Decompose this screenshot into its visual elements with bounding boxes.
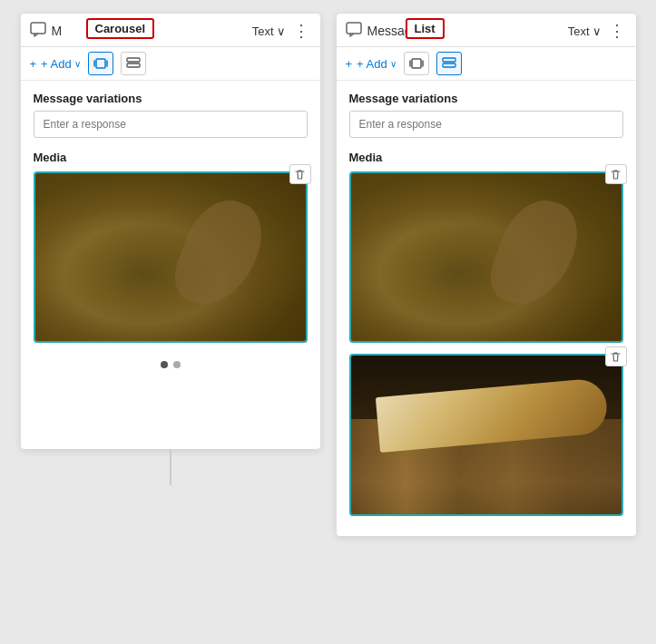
text-dropdown-right[interactable]: Text ∨ xyxy=(568,24,602,38)
right-title: Message xyxy=(367,24,563,38)
left-panel-body: Message variations Media xyxy=(21,81,320,449)
connector-line xyxy=(170,449,171,485)
text-dropdown-left[interactable]: Text ∨ xyxy=(252,24,286,38)
media-item-right-2 xyxy=(349,354,623,516)
svg-rect-0 xyxy=(31,23,45,34)
add-button-right[interactable]: + + Add ∨ xyxy=(346,57,397,71)
left-title: M xyxy=(52,24,247,38)
right-panel-body: Message variations Media xyxy=(337,81,636,536)
svg-rect-7 xyxy=(443,63,455,67)
left-panel-header: M Carousel Text ∨ ⋮ xyxy=(21,14,320,47)
more-options-left[interactable]: ⋮ xyxy=(291,21,311,41)
media-item-right-1 xyxy=(349,171,623,343)
add-chevron-right: ∨ xyxy=(390,59,397,69)
response-input-left[interactable] xyxy=(34,111,308,138)
left-panel: M Carousel Text ∨ ⋮ + + Add ∨ xyxy=(21,14,320,449)
chevron-left-icon: ∨ xyxy=(277,24,286,38)
dot-2[interactable] xyxy=(173,361,181,368)
chevron-right-icon: ∨ xyxy=(592,24,602,38)
plus-icon-right: + xyxy=(346,57,353,71)
chat-icon-right xyxy=(346,21,362,41)
carousel-dots xyxy=(34,352,308,374)
list-view-btn-right[interactable] xyxy=(436,52,462,75)
carousel-view-btn[interactable] xyxy=(88,52,113,75)
delete-media-right-1[interactable] xyxy=(605,164,627,184)
dot-1[interactable] xyxy=(161,361,168,368)
media-label-right: Media xyxy=(349,151,623,164)
delete-media-left[interactable] xyxy=(289,164,311,184)
more-options-right[interactable]: ⋮ xyxy=(607,21,627,41)
aerial-image-left xyxy=(35,173,306,341)
add-button-left[interactable]: + + Add ∨ xyxy=(30,57,81,71)
message-variations-label-right: Message variations xyxy=(349,92,623,105)
svg-rect-1 xyxy=(96,59,105,68)
list-view-btn-left[interactable] xyxy=(121,52,146,75)
add-chevron-left: ∨ xyxy=(74,59,81,69)
media-item-left xyxy=(34,171,308,343)
svg-rect-2 xyxy=(127,58,140,62)
media-label-left: Media xyxy=(34,151,308,164)
svg-rect-5 xyxy=(412,59,421,68)
response-input-right[interactable] xyxy=(349,111,623,138)
plus-icon-left: + xyxy=(30,57,37,71)
svg-rect-3 xyxy=(127,63,140,67)
right-toolbar: + + Add ∨ xyxy=(337,47,636,81)
left-toolbar: + + Add ∨ xyxy=(21,47,320,81)
message-variations-label-left: Message variations xyxy=(34,92,308,105)
aerial-image-right xyxy=(351,173,622,341)
svg-rect-6 xyxy=(443,58,455,62)
delete-media-right-2[interactable] xyxy=(605,346,627,366)
svg-rect-4 xyxy=(347,23,361,34)
fish-image-right xyxy=(351,356,622,514)
carousel-view-btn-right[interactable] xyxy=(404,52,429,75)
right-panel-header: Message List Text ∨ ⋮ xyxy=(337,14,636,47)
chat-icon-left xyxy=(30,21,46,41)
right-panel: Message List Text ∨ ⋮ + + Add ∨ xyxy=(337,14,636,536)
